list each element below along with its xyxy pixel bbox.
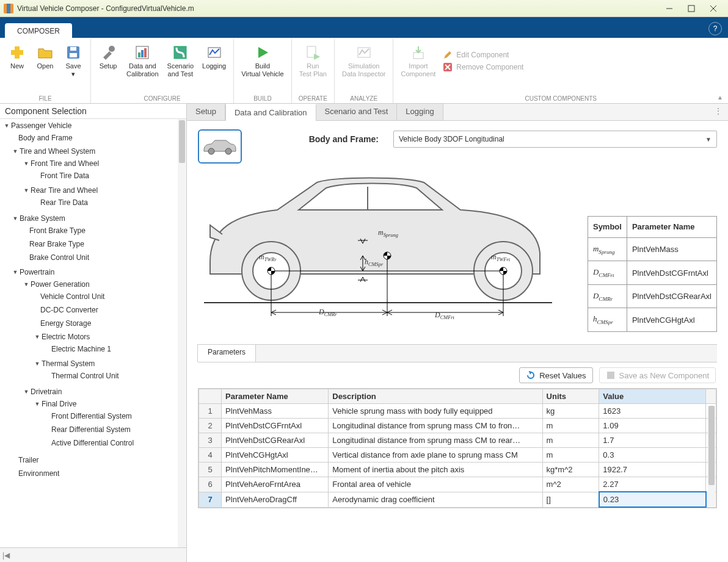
tree-dcdc[interactable]: DC-DC Converter <box>0 304 186 315</box>
group-configure-label: CONFIGURE <box>95 94 230 103</box>
svg-marker-18 <box>314 54 320 60</box>
group-custom-label: CUSTOM COMPONENTS <box>397 94 724 103</box>
tree-vcu[interactable]: Vehicle Control Unit <box>0 291 186 302</box>
subtab-setup[interactable]: Setup <box>187 104 225 120</box>
ribbon-collapse-icon[interactable]: ▲ <box>717 94 723 101</box>
vehicle-diagram: mSprung hCMSpr mTWRr mTWFrt DCMRr DCMFrt <box>198 167 558 332</box>
maximize-button[interactable] <box>680 1 702 16</box>
group-analyze-label: ANALYZE <box>338 94 390 103</box>
scenario-test-button[interactable]: Scenario and Test <box>164 41 197 80</box>
tree-rear-tire-wheel[interactable]: ▼Rear Tire and Wheel <box>0 185 186 196</box>
component-thumbnail[interactable] <box>198 129 242 164</box>
subtab-logging[interactable]: Logging <box>397 104 443 120</box>
tree-electric-motors[interactable]: ▼Electric Motors <box>0 331 186 342</box>
tree-fds[interactable]: Front Differential System <box>0 411 186 422</box>
close-button[interactable] <box>702 1 724 16</box>
tree-environment[interactable]: Environment <box>0 468 186 479</box>
svg-rect-13 <box>144 48 147 57</box>
svg-rect-44 <box>607 372 614 379</box>
tree-brake-system[interactable]: ▼Brake System <box>0 213 186 224</box>
tree-brake-control[interactable]: Brake Control Unit <box>0 252 186 263</box>
tree-trailer[interactable]: Trailer <box>0 455 186 466</box>
tree-front-tire-wheel[interactable]: ▼Front Tire and Wheel <box>0 158 186 169</box>
save-button[interactable]: Save▾ <box>60 41 87 80</box>
svg-rect-11 <box>138 52 140 57</box>
build-button[interactable]: Build Virtual Vehicle <box>238 41 288 80</box>
tab-composer[interactable]: COMPOSER <box>5 23 72 38</box>
logging-button[interactable]: Logging <box>198 41 230 80</box>
tree-scrollbar[interactable] <box>178 119 186 547</box>
chevron-down-icon: ▼ <box>705 136 712 143</box>
subtab-menu-icon[interactable]: ⋮ <box>708 104 728 120</box>
svg-rect-1 <box>688 5 694 12</box>
svg-rect-12 <box>141 50 144 57</box>
parameter-scrollbar[interactable] <box>708 406 715 506</box>
import-component-button: Import Component <box>397 41 439 80</box>
tree-rear-tire-data[interactable]: Rear Tire Data <box>0 197 186 208</box>
subtab-scenario-test[interactable]: Scenario and Test <box>316 104 398 120</box>
reset-values-button[interactable]: Reset Values <box>519 367 592 383</box>
tree-tcu[interactable]: Thermal Control Unit <box>0 370 186 381</box>
save-as-component-button: Save as New Component <box>599 367 716 383</box>
svg-rect-5 <box>11 50 23 55</box>
minimize-button[interactable] <box>658 1 680 16</box>
tree-adc[interactable]: Active Differential Control <box>0 438 186 449</box>
svg-marker-16 <box>258 47 268 58</box>
setup-button[interactable]: Setup <box>95 41 122 80</box>
window-title: Virtual Vehicle Composer - ConfiguredVir… <box>17 4 658 13</box>
new-button[interactable]: New <box>4 41 31 80</box>
tree-powertrain[interactable]: ▼Powertrain <box>0 267 186 278</box>
group-operate-label: OPERATE <box>296 94 330 103</box>
group-build-label: BUILD <box>238 94 288 103</box>
sim-data-inspector-button: Simulation Data Inspector <box>338 41 390 80</box>
parameters-table[interactable]: Parameter NameDescriptionUnitsValue 1Pln… <box>198 389 716 508</box>
help-icon[interactable]: ? <box>708 22 722 35</box>
table-row: 6PlntVehAeroFrntAreaFrontal area of vehi… <box>199 477 716 492</box>
tree-drivetrain[interactable]: ▼Drivetrain <box>0 386 186 397</box>
svg-rect-20 <box>413 52 423 59</box>
tree-body-frame[interactable]: Body and Frame <box>0 132 186 143</box>
table-row: 3PlntVehDstCGRearAxlLongitudinal distanc… <box>199 433 716 448</box>
table-row: 4PlntVehCGHgtAxlVertical distance from a… <box>199 448 716 463</box>
table-row: 1PlntVehMassVehicle sprung mass with bod… <box>199 404 716 419</box>
tree-power-gen[interactable]: ▼Power Generation <box>0 279 186 290</box>
subtab-data-calibration[interactable]: Data and Calibration <box>225 104 316 121</box>
body-frame-select[interactable]: Vehicle Body 3DOF Longitudinal▼ <box>393 131 717 148</box>
tree-em1[interactable]: Electric Machine 1 <box>0 344 186 355</box>
tree-passenger-vehicle[interactable]: ▼Passenger Vehicle <box>0 120 186 131</box>
legend-table: SymbolParameter Name mSprungPlntVehMass … <box>588 216 717 332</box>
remove-component-button: Remove Component <box>443 62 523 72</box>
table-row: 5PlntVehPitchMomentIne…Moment of inertia… <box>199 463 716 477</box>
svg-rect-8 <box>70 47 76 51</box>
table-row: 7PlntVehAeroDragCffAerodynamic drag coef… <box>199 492 716 507</box>
body-frame-label: Body and Frame: <box>309 134 379 144</box>
edit-component-button: Edit Component <box>443 50 523 60</box>
sidebar-title: Component Selection <box>0 104 186 119</box>
data-calibration-button[interactable]: Data and Calibration <box>123 41 162 80</box>
sidebar-statusbar: |◀ <box>0 547 186 562</box>
table-row: 2PlntVehDstCGFrntAxlLongitudinal distanc… <box>199 419 716 433</box>
tree-rds[interactable]: Rear Differential System <box>0 424 186 435</box>
tree-final-drive[interactable]: ▼Final Drive <box>0 398 186 409</box>
svg-rect-7 <box>70 53 77 57</box>
tree-tire-wheel[interactable]: ▼Tire and Wheel System <box>0 146 186 157</box>
group-file-label: FILE <box>4 94 87 103</box>
svg-point-25 <box>225 148 231 154</box>
app-icon <box>4 4 13 13</box>
tree-energy-storage[interactable]: Energy Storage <box>0 318 186 329</box>
tree-rear-brake[interactable]: Rear Brake Type <box>0 239 186 250</box>
tree-front-brake[interactable]: Front Brake Type <box>0 225 186 236</box>
svg-point-24 <box>208 148 214 154</box>
svg-point-9 <box>109 46 115 52</box>
open-button[interactable]: Open <box>32 41 59 80</box>
run-test-plan-button: Run Test Plan <box>296 41 330 80</box>
tree-front-tire-data[interactable]: Front Tire Data <box>0 170 186 181</box>
parameters-tab[interactable]: Parameters <box>197 344 256 362</box>
tree-thermal-system[interactable]: ▼Thermal System <box>0 358 186 369</box>
